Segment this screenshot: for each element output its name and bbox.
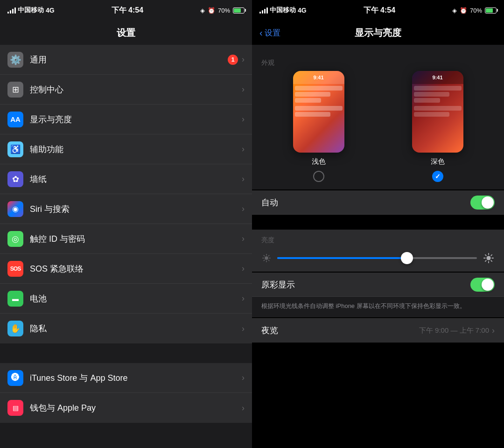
settings-item-display[interactable]: AA 显示与亮度 › bbox=[0, 105, 252, 134]
control-center-label: 控制中心 bbox=[30, 84, 235, 95]
left-nav-bar: 设置 bbox=[0, 21, 252, 45]
privacy-label: 隐私 bbox=[30, 323, 235, 334]
siri-label: Siri 与搜索 bbox=[30, 203, 235, 215]
svg-line-14 bbox=[485, 255, 486, 256]
chevron-right-icon: › bbox=[242, 84, 245, 94]
battery-icon-item: ▬ bbox=[7, 291, 23, 307]
general-label: 通用 bbox=[30, 54, 221, 65]
left-status-icons: ◈ ⏰ 70% bbox=[200, 7, 245, 14]
settings-item-general[interactable]: ⚙️ 通用 1 › bbox=[0, 45, 252, 75]
settings-item-wallpaper[interactable]: ✿ 墙纸 › bbox=[0, 164, 252, 194]
dark-mode-radio[interactable]: ✓ bbox=[432, 171, 443, 182]
dark-mode-label: 深色 bbox=[431, 157, 445, 166]
brightness-max-icon bbox=[483, 252, 495, 264]
light-mode-label: 浅色 bbox=[312, 157, 326, 166]
chevron-right-icon: › bbox=[242, 144, 245, 154]
right-carrier: 中国移动 4G bbox=[259, 6, 307, 14]
dark-preview-time: 9:41 bbox=[412, 71, 463, 84]
svg-line-7 bbox=[268, 255, 269, 256]
light-mode-radio[interactable] bbox=[313, 171, 324, 182]
settings-item-battery[interactable]: ▬ 电池 › bbox=[0, 284, 252, 314]
truetone-toggle-row: 原彩显示 bbox=[252, 273, 504, 297]
back-button[interactable]: ‹ 设置 bbox=[259, 28, 280, 38]
nightshift-row[interactable]: 夜览 下午 9:00 — 上午 7:00 › bbox=[252, 318, 504, 343]
settings-item-control-center[interactable]: ⊞ 控制中心 › bbox=[0, 75, 252, 105]
chevron-right-icon: › bbox=[242, 114, 245, 124]
settings-item-sos[interactable]: SOS SOS 紧急联络 › bbox=[0, 254, 252, 284]
brightness-min-icon bbox=[261, 253, 272, 263]
nightshift-value: 下午 9:00 — 上午 7:00 bbox=[419, 326, 489, 335]
chevron-right-icon: › bbox=[242, 264, 245, 273]
accessibility-icon: ♿ bbox=[7, 141, 23, 157]
settings-item-siri[interactable]: ◉ Siri 与搜索 › bbox=[0, 194, 252, 224]
svg-line-6 bbox=[268, 260, 269, 261]
battery-right: › bbox=[242, 294, 245, 303]
chevron-right-icon: › bbox=[242, 174, 245, 184]
right-status-icons: ◈ ⏰ 70% bbox=[452, 7, 497, 14]
separator-block bbox=[0, 344, 252, 354]
chevron-right-icon: › bbox=[242, 55, 245, 64]
battery-label: 电池 bbox=[30, 293, 235, 304]
touchid-icon: ◎ bbox=[7, 231, 23, 247]
appearance-section: 外观 9:41 bbox=[252, 45, 504, 189]
dark-mode-option[interactable]: 9:41 深色 ✓ bbox=[412, 71, 463, 182]
left-status-bar: 中国移动 4G 下午 4:54 ◈ ⏰ 70% bbox=[0, 0, 252, 21]
control-center-icon: ⊞ bbox=[7, 82, 23, 98]
display-label: 显示与亮度 bbox=[30, 114, 235, 125]
settings-item-touchid[interactable]: ◎ 触控 ID 与密码 › bbox=[0, 224, 252, 254]
right-location-icon: ◈ bbox=[452, 7, 457, 14]
right-signal-icon bbox=[259, 7, 268, 14]
settings-item-itunes[interactable]: 🅐 iTunes Store 与 App Store › bbox=[0, 363, 252, 393]
display-icon: AA bbox=[7, 112, 23, 127]
svg-point-9 bbox=[486, 256, 490, 260]
chevron-right-icon: › bbox=[242, 294, 245, 303]
settings-item-privacy[interactable]: ✋ 隐私 › bbox=[0, 314, 252, 343]
alarm-icon: ⏰ bbox=[208, 7, 215, 14]
control-center-right: › bbox=[242, 84, 245, 94]
itunes-right: › bbox=[242, 373, 245, 383]
appearance-header: 外观 bbox=[252, 52, 504, 71]
wallpaper-right: › bbox=[242, 174, 245, 184]
nightshift-chevron-icon: › bbox=[492, 326, 495, 336]
light-mode-option[interactable]: 9:41 浅色 bbox=[293, 71, 344, 182]
accessibility-right: › bbox=[242, 144, 245, 154]
siri-right: › bbox=[242, 204, 245, 214]
settings-main-group: ⚙️ 通用 1 › ⊞ 控制中心 › AA 显示与亮度 › bbox=[0, 45, 252, 343]
wallet-icon: ▤ bbox=[7, 400, 23, 416]
sos-right: › bbox=[242, 264, 245, 273]
truetone-toggle[interactable] bbox=[470, 278, 495, 292]
settings-item-wallet[interactable]: ▤ 钱包与 Apple Pay › bbox=[0, 393, 252, 423]
settings-list: ⚙️ 通用 1 › ⊞ 控制中心 › AA 显示与亮度 › bbox=[0, 45, 252, 448]
auto-label: 自动 bbox=[261, 197, 470, 208]
sos-icon: SOS bbox=[7, 261, 23, 277]
svg-line-15 bbox=[491, 260, 492, 261]
light-preview-time: 9:41 bbox=[293, 71, 344, 84]
back-label: 设置 bbox=[265, 28, 280, 38]
truetone-desc: 根据环境光线条件自动调整 iPhone 屏幕以在不同环境下保持色彩显示一致。 bbox=[252, 297, 504, 317]
settings-item-accessibility[interactable]: ♿ 辅助功能 › bbox=[0, 134, 252, 164]
auto-toggle[interactable] bbox=[470, 196, 495, 210]
itunes-icon: 🅐 bbox=[7, 370, 23, 386]
brightness-section: 亮度 bbox=[252, 230, 504, 272]
right-status-bar: 中国移动 4G 下午 4:54 ◈ ⏰ 70% bbox=[252, 0, 504, 21]
general-right: 1 › bbox=[228, 55, 245, 65]
svg-line-8 bbox=[264, 260, 265, 261]
right-separator-1 bbox=[252, 215, 504, 229]
brightness-slider[interactable] bbox=[277, 257, 477, 259]
siri-icon: ◉ bbox=[7, 201, 23, 217]
truetone-section: 原彩显示 bbox=[252, 273, 504, 297]
svg-line-5 bbox=[264, 255, 265, 256]
svg-point-0 bbox=[265, 256, 268, 260]
chevron-right-icon: › bbox=[242, 324, 245, 334]
privacy-icon: ✋ bbox=[7, 321, 23, 336]
chevron-right-icon: › bbox=[242, 204, 245, 214]
chevron-right-icon: › bbox=[242, 373, 245, 383]
touchid-label: 触控 ID 与密码 bbox=[30, 233, 235, 245]
signal-icon bbox=[7, 7, 16, 14]
battery-icon bbox=[233, 7, 245, 14]
left-page-title: 设置 bbox=[117, 27, 135, 39]
wallpaper-label: 墙纸 bbox=[30, 174, 235, 185]
brightness-header: 亮度 bbox=[252, 230, 504, 248]
truetone-label: 原彩显示 bbox=[261, 279, 470, 290]
touchid-right: › bbox=[242, 234, 245, 244]
